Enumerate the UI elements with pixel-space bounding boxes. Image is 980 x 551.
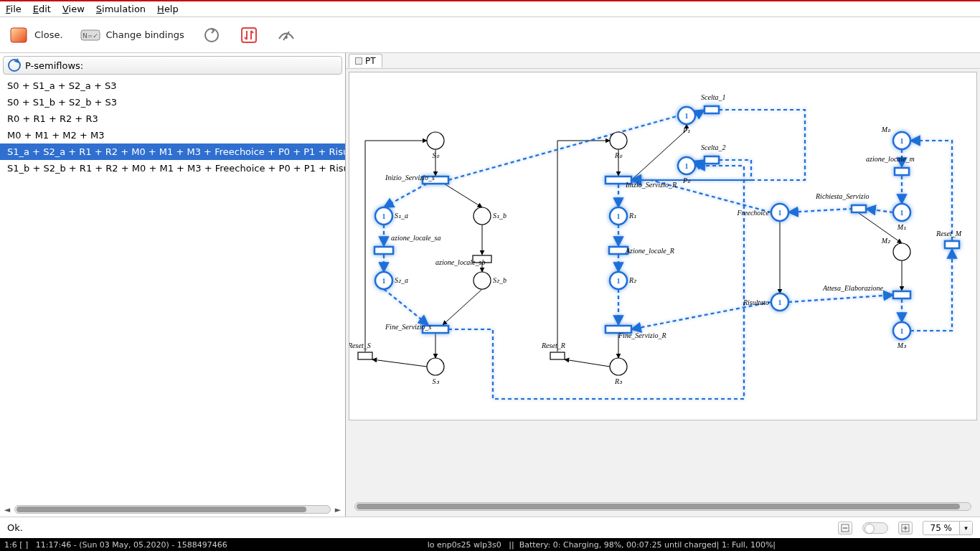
svg-text:1: 1 xyxy=(778,298,782,306)
zoom-toggle[interactable] xyxy=(862,522,888,534)
scroll-left-icon[interactable]: ◄ xyxy=(3,505,11,514)
svg-text:Scelta_2: Scelta_2 xyxy=(701,143,725,151)
svg-rect-8 xyxy=(374,247,393,254)
close-label: Close. xyxy=(34,29,63,40)
svg-text:1: 1 xyxy=(382,277,386,285)
svg-text:1: 1 xyxy=(382,212,386,220)
svg-text:azione_locale_sa: azione_locale_sa xyxy=(391,234,440,242)
svg-point-46 xyxy=(473,272,491,289)
svg-text:R₀: R₀ xyxy=(614,151,623,159)
svg-text:N=✓: N=✓ xyxy=(83,32,98,39)
svg-rect-28 xyxy=(852,205,866,212)
scroll-track[interactable] xyxy=(14,505,331,514)
svg-text:M₁: M₁ xyxy=(897,223,906,231)
list-item[interactable]: S1_a + S2_a + R1 + R2 + M0 + M1 + M3 + F… xyxy=(0,143,345,160)
svg-text:S₀: S₀ xyxy=(433,151,440,159)
svg-text:azione_locale_sb: azione_locale_sb xyxy=(435,258,485,266)
svg-text:1: 1 xyxy=(778,209,782,217)
svg-text:R₃: R₃ xyxy=(614,377,623,385)
svg-rect-30 xyxy=(895,168,909,175)
svg-rect-24 xyxy=(705,106,719,113)
tool-measure[interactable] xyxy=(276,27,296,44)
svg-text:1: 1 xyxy=(900,209,904,217)
tool-swap[interactable] xyxy=(239,27,259,44)
menu-edit[interactable]: Edit xyxy=(33,4,51,14)
list-item[interactable]: S0 + S1_a + S2_a + S3 xyxy=(0,77,345,94)
menu-view[interactable]: View xyxy=(62,4,85,14)
change-bindings-button[interactable]: N=✓ Change bindings xyxy=(80,27,184,44)
bindings-icon: N=✓ xyxy=(80,27,100,44)
svg-point-50 xyxy=(610,132,627,149)
p-semiflows-header: P-semiflows: xyxy=(3,56,342,75)
net-canvas[interactable]: Inizio_Servizio_sazione_locale_saazione_… xyxy=(349,72,977,420)
svg-point-36 xyxy=(427,132,444,149)
svg-text:S₁_b: S₁_b xyxy=(493,212,507,220)
svg-text:1: 1 xyxy=(685,112,689,120)
svg-text:Inizio_Servizio_R: Inizio_Servizio_R xyxy=(625,181,677,189)
svg-text:Attesa_Elaborazione: Attesa_Elaborazione xyxy=(822,284,883,292)
svg-rect-32 xyxy=(893,291,910,298)
svg-text:S₃: S₃ xyxy=(433,377,440,385)
tab-icon xyxy=(355,57,362,65)
svg-text:M₂: M₂ xyxy=(881,237,891,245)
svg-text:1: 1 xyxy=(685,162,689,170)
semiflow-icon xyxy=(8,59,21,72)
svg-text:Reset_M: Reset_M xyxy=(936,230,962,237)
scroll-right-icon[interactable]: ► xyxy=(334,505,342,514)
refresh-icon xyxy=(202,27,222,44)
os-status-bar: 1:6 [ ] 11:17:46 - (Sun 03 May, 05.2020)… xyxy=(0,538,980,551)
tab-bar: PT xyxy=(346,53,980,69)
svg-rect-0 xyxy=(11,28,27,42)
svg-text:azione_locale_m: azione_locale_m xyxy=(866,155,915,163)
close-button[interactable]: Close. xyxy=(9,27,63,44)
zoom-in-button[interactable] xyxy=(898,522,913,534)
tool-refresh[interactable] xyxy=(202,27,222,44)
menu-simulation[interactable]: Simulation xyxy=(96,4,146,14)
svg-text:M₀: M₀ xyxy=(881,126,891,133)
svg-point-58 xyxy=(610,358,627,375)
svg-text:1: 1 xyxy=(617,212,621,220)
svg-rect-26 xyxy=(705,156,719,164)
zoom-value: 75 % xyxy=(923,523,960,533)
svg-text:Freechoice: Freechoice xyxy=(736,209,769,217)
svg-text:Fine_Servizio_R: Fine_Servizio_R xyxy=(618,331,666,339)
zoom-select[interactable]: 75 % ▾ xyxy=(923,521,974,535)
caliper-icon xyxy=(276,27,296,44)
list-item[interactable]: S0 + S1_b + S2_b + S3 xyxy=(0,94,345,110)
svg-rect-4 xyxy=(242,28,256,42)
os-left: 1:6 [ ] 11:17:46 - (Sun 03 May, 05.2020)… xyxy=(4,540,227,550)
status-bar: Ok. 75 % ▾ xyxy=(0,517,980,538)
svg-point-41 xyxy=(473,207,491,225)
svg-text:Fine_Servizio_s: Fine_Servizio_s xyxy=(385,323,432,331)
svg-point-48 xyxy=(427,358,444,375)
svg-text:Reset_R: Reset_R xyxy=(541,342,565,349)
list-item[interactable]: R0 + R1 + R2 + R3 xyxy=(0,110,345,127)
os-mid: lo enp0s25 wlp3s0 || Battery: 0: Chargin… xyxy=(227,540,976,550)
list-item[interactable]: S1_b + S2_b + R1 + R2 + M0 + M1 + M3 + F… xyxy=(0,160,345,176)
svg-text:R₂: R₂ xyxy=(628,276,637,284)
left-hscroll[interactable]: ◄ ► xyxy=(0,502,345,517)
tab-pt[interactable]: PT xyxy=(349,54,382,67)
status-text: Ok. xyxy=(7,522,23,533)
toolbar: Close. N=✓ Change bindings xyxy=(0,17,980,53)
svg-text:S₁_a: S₁_a xyxy=(395,212,408,220)
svg-text:1: 1 xyxy=(900,327,904,335)
right-hscroll[interactable] xyxy=(349,499,977,514)
semiflow-list[interactable]: S0 + S1_a + S2_a + S3S0 + S1_b + S2_b + … xyxy=(0,77,345,502)
svg-text:S₂_b: S₂_b xyxy=(493,276,507,284)
menu-file[interactable]: File xyxy=(6,4,22,14)
menu-help[interactable]: Help xyxy=(157,4,179,14)
plus-icon xyxy=(901,524,910,532)
scroll-thumb[interactable] xyxy=(17,507,306,512)
svg-text:Azione_locale_R: Azione_locale_R xyxy=(625,247,674,255)
svg-text:Reset_S: Reset_S xyxy=(349,342,371,349)
menubar: File Edit View Simulation Help xyxy=(0,1,980,17)
minus-icon xyxy=(841,524,849,532)
chevron-down-icon[interactable]: ▾ xyxy=(959,522,972,534)
close-icon xyxy=(9,27,29,44)
svg-text:S₂_a: S₂_a xyxy=(395,276,408,284)
change-bindings-label: Change bindings xyxy=(106,29,184,40)
list-item[interactable]: M0 + M1 + M2 + M3 xyxy=(0,127,345,143)
zoom-out-button[interactable] xyxy=(838,522,852,534)
svg-rect-14 xyxy=(358,352,372,359)
